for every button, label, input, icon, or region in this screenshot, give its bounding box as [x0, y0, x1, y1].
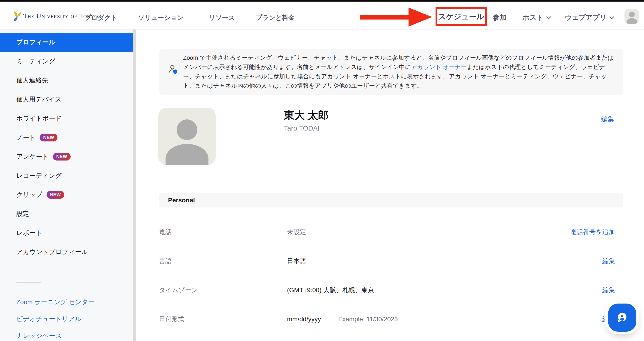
- personal-section-header: Personal: [159, 193, 623, 208]
- row-value: 日本語: [287, 257, 306, 266]
- account-owner-link[interactable]: アカウント オーナー: [411, 64, 467, 70]
- row-value: (GMT+9:00) 大阪、札幌、東京: [287, 286, 374, 294]
- ginkgo-leaf-icon: [13, 11, 22, 22]
- utokyo-logo[interactable]: [13, 11, 22, 22]
- sidebar-menu: プロフィール ミーティング 個人連絡先 個人用デバイス ホワイトボード ノート …: [0, 33, 133, 262]
- sidebar-item-meetings[interactable]: ミーティング: [0, 52, 133, 71]
- new-badge: NEW: [46, 191, 64, 199]
- nav-plans-pricing[interactable]: プランと料金: [256, 14, 295, 22]
- sidebar-item-recordings[interactable]: レコーディング: [0, 166, 133, 185]
- new-badge: NEW: [40, 134, 58, 142]
- sidebar-footer-links: Zoom ラーニング センター ビデオチュートリアル ナレッジベース: [0, 294, 133, 341]
- join-button[interactable]: 参加: [493, 13, 506, 22]
- profile-latin-name: Taro TODAI: [284, 124, 320, 132]
- date-format-example: Example: 11/30/2023: [338, 316, 398, 323]
- main-content: Zoom で主催されるミーティング、ウェビナー、チャット、またはチャネルに参加す…: [136, 30, 644, 341]
- sidebar-scrollbar[interactable]: [133, 30, 136, 341]
- profile-edit-link[interactable]: 編集: [601, 115, 614, 124]
- new-badge: NEW: [53, 153, 70, 160]
- nav-products[interactable]: プロダクト: [85, 14, 117, 22]
- personal-rows: 電話 未設定 電話番号を追加 言語 日本語 編集 タイムゾーン (GMT+9:0…: [159, 218, 623, 334]
- table-row-timezone: タイムゾーン (GMT+9:00) 大阪、札幌、東京 編集: [159, 276, 623, 305]
- nav-resources[interactable]: リソース: [209, 14, 235, 22]
- chevron-down-icon: [546, 14, 551, 19]
- sidebar-item-personal-contacts[interactable]: 個人連絡先: [0, 71, 133, 90]
- chevron-down-icon: [610, 14, 614, 19]
- table-row-phone: 電話 未設定 電話番号を追加: [159, 218, 623, 246]
- link-zoom-learning-center[interactable]: Zoom ラーニング センター: [0, 294, 133, 310]
- profile-picture[interactable]: [158, 108, 216, 165]
- sidebar-item-label: ノート: [16, 133, 36, 142]
- sidebar-item-personal-devices[interactable]: 個人用デバイス: [0, 90, 133, 109]
- help-chat-icon: [615, 310, 630, 325]
- edit-language-link[interactable]: 編集: [602, 257, 615, 266]
- person-shield-icon: [169, 65, 179, 76]
- privacy-notice-text: Zoom で主催されるミーティング、ウェビナー、チャット、またはチャネルに参加す…: [183, 53, 614, 90]
- sidebar-item-clips[interactable]: クリップ NEW: [0, 185, 133, 204]
- sidebar: プロフィール ミーティング 個人連絡先 個人用デバイス ホワイトボード ノート …: [0, 30, 133, 341]
- sidebar-item-profile[interactable]: プロフィール: [0, 33, 133, 52]
- privacy-notice-box: Zoom で主催されるミーティング、ウェビナー、チャット、またはチャネルに参加す…: [159, 49, 623, 95]
- profile-display-name: 東大 太郎: [284, 108, 328, 122]
- row-label: 言語: [159, 257, 287, 266]
- row-label: 電話: [159, 228, 287, 236]
- table-row-language: 言語 日本語 編集: [159, 246, 623, 276]
- zoom-profile-page: The University of Tokyo プロダクト ソリューション リソ…: [0, 0, 644, 341]
- sidebar-item-surveys[interactable]: アンケート NEW: [0, 147, 133, 166]
- sidebar-item-settings[interactable]: 設定: [0, 204, 133, 224]
- schedule-highlight-box: スケジュール: [436, 7, 487, 26]
- sidebar-item-reports[interactable]: レポート: [0, 224, 133, 242]
- top-navigation-bar: The University of Tokyo プロダクト ソリューション リソ…: [0, 2, 644, 30]
- personal-section-title: Personal: [168, 196, 195, 204]
- sidebar-item-account-profile[interactable]: アカウントプロフィール: [0, 242, 133, 262]
- annotation-arrow-icon: [360, 6, 433, 28]
- avatar-silhouette-body: [626, 18, 637, 24]
- top-black-strip: [0, 0, 644, 2]
- avatar-silhouette-head: [629, 12, 635, 17]
- edit-timezone-link[interactable]: 編集: [602, 286, 615, 294]
- sidebar-item-label: クリップ: [16, 190, 42, 199]
- link-knowledge-base[interactable]: ナレッジベース: [0, 328, 133, 341]
- nav-solutions[interactable]: ソリューション: [138, 14, 184, 22]
- row-value: 未設定: [287, 228, 306, 236]
- host-menu[interactable]: ホスト: [522, 13, 550, 22]
- profile-silhouette-head: [177, 120, 197, 140]
- row-label: 日付形式: [159, 315, 287, 324]
- webapp-menu[interactable]: ウェブアプリ: [565, 13, 613, 22]
- sidebar-item-notes[interactable]: ノート NEW: [0, 128, 133, 147]
- account-avatar[interactable]: [624, 9, 639, 24]
- sidebar-item-whiteboard[interactable]: ホワイトボード: [0, 109, 133, 128]
- profile-silhouette-body: [166, 144, 208, 165]
- schedule-button[interactable]: スケジュール: [438, 12, 484, 22]
- help-chat-button[interactable]: [608, 304, 636, 332]
- sidebar-item-label: アンケート: [16, 152, 49, 161]
- host-menu-label: ホスト: [522, 13, 544, 22]
- sidebar-divider: [16, 282, 41, 283]
- row-value: mm/dd/yyyy: [287, 316, 321, 323]
- row-label: タイムゾーン: [159, 286, 287, 294]
- table-row-date-format: 日付形式 mm/dd/yyyy Example: 11/30/2023 編集: [159, 305, 623, 334]
- webapp-menu-label: ウェブアプリ: [565, 13, 606, 22]
- link-video-tutorials[interactable]: ビデオチュートリアル: [0, 310, 133, 328]
- add-phone-number-link[interactable]: 電話番号を追加: [570, 228, 615, 236]
